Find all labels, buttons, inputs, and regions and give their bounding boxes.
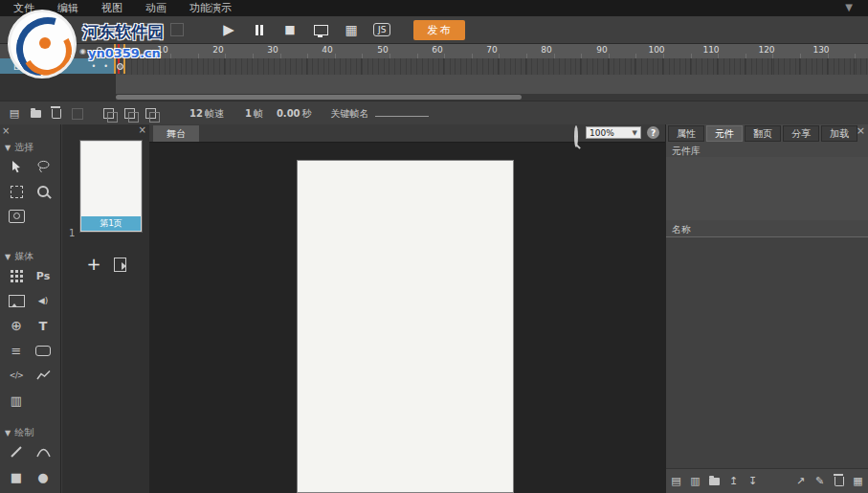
export-page-icon[interactable] <box>114 258 126 272</box>
ruler-mark: 130 <box>812 45 829 55</box>
photoshop-import-icon[interactable]: Ps <box>31 264 56 287</box>
play-button[interactable]: ▶ <box>220 21 237 38</box>
component-list[interactable] <box>666 237 868 469</box>
layer-panel-header: ◉ <box>0 44 116 58</box>
time-label: 秒 <box>302 107 312 121</box>
redo-icon[interactable] <box>170 23 184 36</box>
barcode-icon[interactable]: ▥ <box>4 389 29 412</box>
delete-icon[interactable] <box>833 475 845 488</box>
layer-name: 图层0 <box>13 59 38 73</box>
menu-bar: 文件 编辑 视图 动画 功能演示 ▼ <box>0 0 868 16</box>
keyframe-name-label: 关键帧名 <box>331 107 369 121</box>
menu-edit[interactable]: 编辑 <box>57 1 78 15</box>
audio-icon[interactable]: ◀) <box>31 289 56 312</box>
keyframe-name-input[interactable] <box>375 106 429 117</box>
layer-visible-dot-icon[interactable]: • <box>92 62 97 71</box>
stop-button[interactable]: ■ <box>281 21 299 38</box>
timeline-scrollbar-thumb[interactable] <box>116 95 522 100</box>
qr-preview-icon[interactable]: ▦ <box>343 21 360 38</box>
chart-icon[interactable] <box>31 364 56 387</box>
component-library-area[interactable] <box>666 157 868 220</box>
new-folder-icon[interactable] <box>29 107 42 121</box>
name-column-header: 名称 <box>672 223 691 236</box>
pages-panel: × 第1页 1 + <box>62 124 150 493</box>
download-icon[interactable]: ↧ <box>746 475 759 488</box>
tab-components[interactable]: 元件 <box>706 125 743 142</box>
code-icon[interactable]: </> <box>4 364 29 387</box>
new-layer-icon[interactable]: ▤ <box>8 107 21 121</box>
publish-button[interactable]: 发布 <box>413 20 465 40</box>
layer-lock-dot-icon[interactable]: • <box>103 62 108 71</box>
select-tool-icon[interactable] <box>4 155 29 178</box>
button-shape-icon[interactable] <box>31 339 56 362</box>
layer-track[interactable] <box>116 58 868 75</box>
copy-icon[interactable]: ▥ <box>689 475 701 488</box>
close-icon[interactable]: × <box>2 125 10 136</box>
pencil-icon[interactable]: ✎ <box>113 21 130 38</box>
menu-file[interactable]: 文件 <box>13 1 34 15</box>
help-button[interactable]: ? <box>647 126 659 139</box>
animation-editor-app: 文件 编辑 视图 动画 功能演示 ▼ ✎ ▶ ■ ▦ JS 发布 ◉ 图层0 • <box>0 0 868 493</box>
web-globe-icon[interactable]: ⊕ <box>4 314 29 337</box>
page-thumbnail[interactable]: 第1页 <box>80 141 142 232</box>
zoom-select[interactable]: 100% ▼ <box>586 126 641 139</box>
tab-share[interactable]: 分享 <box>783 125 819 142</box>
onion-skin-icon[interactable] <box>101 107 115 121</box>
form-icon[interactable]: ≡ <box>4 339 29 362</box>
lasso-tool-icon[interactable] <box>31 155 56 178</box>
zoom-magnifier-icon[interactable] <box>574 127 578 146</box>
current-time-value: 0.00 <box>277 108 300 119</box>
clipboard-icon[interactable]: ▤ <box>670 475 682 488</box>
section-media[interactable]: ▼ 媒体 <box>0 249 60 264</box>
camera-tool-icon[interactable] <box>4 205 29 228</box>
tab-pageflip[interactable]: 翻页 <box>745 125 781 142</box>
rectangle-tool-icon[interactable]: ■ <box>4 465 29 488</box>
upload-icon[interactable]: ↥ <box>727 475 740 488</box>
add-page-button[interactable]: + <box>83 253 104 274</box>
tab-stage[interactable]: 舞台 <box>153 125 199 142</box>
widgets-grid-icon[interactable] <box>4 264 29 287</box>
undo-icon[interactable] <box>144 23 157 36</box>
right-panel-tabs: 属性 元件 翻页 分享 加载 <box>668 125 857 142</box>
section-draw[interactable]: ▼ 绘制 <box>0 425 60 440</box>
ellipse-tool-icon[interactable]: ● <box>31 465 56 488</box>
drive-icon[interactable]: ▦ <box>852 475 864 488</box>
folder-icon[interactable] <box>708 475 721 488</box>
menu-view[interactable]: 视图 <box>101 1 122 15</box>
text-tool-icon[interactable]: T <box>31 314 56 337</box>
tab-properties[interactable]: 属性 <box>668 125 704 142</box>
edit-icon[interactable]: ✎ <box>813 475 826 488</box>
close-icon[interactable]: × <box>857 124 865 137</box>
curve-tool-icon[interactable] <box>31 440 56 463</box>
lock-icon[interactable] <box>96 51 102 56</box>
layer-row[interactable]: 图层0 • • <box>0 58 116 74</box>
close-icon[interactable]: × <box>139 124 146 135</box>
timeline-scrollbar[interactable] <box>116 94 868 101</box>
visibility-eye-icon[interactable]: ◉ <box>79 48 86 56</box>
menu-demo[interactable]: 功能演示 <box>189 1 232 15</box>
transform-tool-icon[interactable] <box>4 180 29 203</box>
layer-more-icon[interactable] <box>71 107 84 121</box>
pause-button[interactable] <box>251 21 268 38</box>
menu-animation[interactable]: 动画 <box>145 1 167 15</box>
onion-outline-icon[interactable] <box>122 107 136 121</box>
js-code-button[interactable]: JS <box>373 23 390 36</box>
tab-loading[interactable]: 加载 <box>821 125 857 142</box>
layer-panel: ◉ 图层0 • • <box>0 44 116 101</box>
keyframe-dot[interactable] <box>117 63 123 70</box>
timeline-ruler[interactable]: 10 20 30 40 50 60 70 80 90 100 110 120 1… <box>116 44 868 59</box>
share-icon[interactable]: ↗ <box>794 475 807 488</box>
ruler-mark: 30 <box>267 45 278 55</box>
zoom-tool-icon[interactable] <box>31 180 56 203</box>
menu-overflow-icon[interactable]: ▼ <box>845 2 853 12</box>
edit-multi-frames-icon[interactable] <box>144 107 157 121</box>
image-icon[interactable] <box>4 289 29 312</box>
stage-canvas[interactable] <box>297 160 514 493</box>
current-frame-value: 1 <box>245 108 252 119</box>
timeline-footer: ▤ 12 帧速 1 帧 0.00 秒 关键帧名 <box>0 101 868 125</box>
delete-layer-icon[interactable] <box>50 107 63 121</box>
preview-monitor-icon[interactable] <box>312 21 329 38</box>
section-select[interactable]: ▼ 选择 <box>0 140 60 155</box>
line-tool-icon[interactable] <box>4 440 29 463</box>
ruler-mark: 50 <box>377 45 388 55</box>
